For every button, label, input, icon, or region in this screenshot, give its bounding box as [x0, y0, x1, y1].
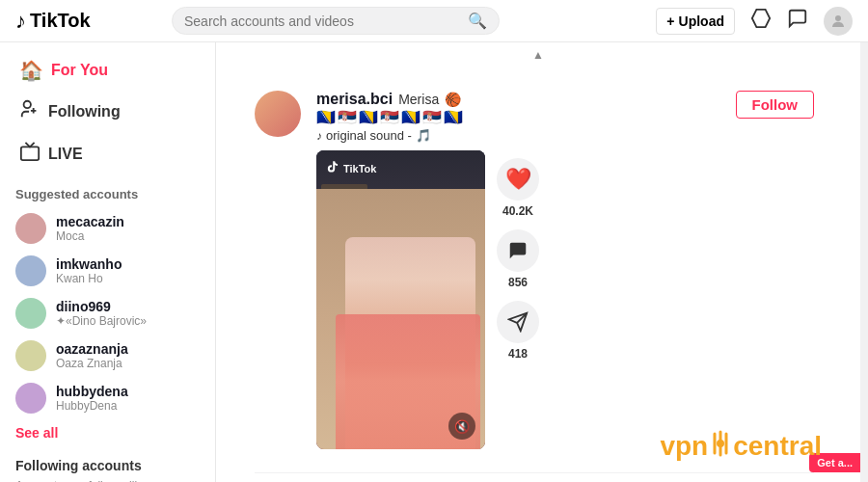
svg-marker-0: [752, 10, 770, 27]
avatar-diino969: [15, 298, 46, 329]
flag-rs-1: 🇷🇸: [338, 108, 357, 126]
sidebar-item-label-live: LIVE: [48, 146, 83, 163]
avatar-oazaznanja: [15, 340, 46, 371]
share-button-1[interactable]: 418: [497, 301, 539, 361]
sidebar-item-label-following: Following: [48, 103, 121, 120]
inbox-button[interactable]: [750, 8, 772, 34]
right-scrollbar[interactable]: [860, 42, 868, 482]
sound-row-1[interactable]: ♪ original sound - 🎵: [316, 128, 463, 143]
search-input[interactable]: [184, 13, 468, 29]
flag-rs-3: 🇷🇸: [422, 108, 442, 126]
sidebar-item-label-for-you: For You: [51, 62, 108, 79]
username-hubbydena: hubbydena: [56, 384, 128, 399]
post-username-1[interactable]: merisa.bci: [316, 91, 393, 108]
svg-point-2: [24, 101, 31, 108]
display-oazaznanja: Oaza Znanja: [56, 357, 128, 370]
upload-button[interactable]: + Upload: [656, 8, 735, 35]
home-icon: 🏠: [19, 59, 43, 82]
follow-button-1[interactable]: Follow: [736, 91, 815, 119]
video-feed: merisa.bci Merisa 🏀 🇧🇦 🇷🇸 🇧🇦 🇷🇸 🇧🇦: [216, 67, 853, 482]
video-image-fill: [316, 150, 485, 449]
suggested-accounts-title: Suggested accounts: [0, 175, 215, 207]
sidebar-item-for-you[interactable]: 🏠 For You: [4, 51, 211, 90]
search-bar: 🔍: [172, 7, 500, 35]
flag-icons-1: 🇧🇦 🇷🇸 🇧🇦 🇷🇸 🇧🇦 🇷🇸 🇧🇦: [316, 108, 463, 126]
video-container-1: TikTok @merisa.bci: [316, 150, 814, 449]
post-user-info-1: merisa.bci Merisa 🏀 🇧🇦 🇷🇸 🇧🇦 🇷🇸 🇧🇦: [316, 91, 463, 143]
messages-button[interactable]: [787, 8, 808, 34]
post-displayname-1: Merisa: [398, 92, 439, 107]
video-watermark-1: TikTok: [326, 160, 376, 176]
username-imkwanho: imkwanho: [56, 256, 122, 272]
following-icon: [19, 98, 41, 124]
following-accounts-title: Following accounts: [0, 446, 215, 477]
flag-ba-4: 🇧🇦: [444, 108, 463, 126]
app-title: TikTok: [30, 10, 91, 32]
content-area: ▲ merisa.bci Merisa 🏀: [216, 42, 860, 482]
display-imkwanho: Kwan Ho: [56, 272, 122, 285]
comment-button-1[interactable]: 856: [497, 229, 539, 289]
flag-rs-2: 🇷🇸: [380, 108, 399, 126]
username-oazaznanja: oazaznanja: [56, 341, 128, 357]
main-layout: 🏠 For You Following LIVE Suggested accou…: [0, 42, 868, 482]
svg-point-1: [835, 15, 841, 21]
video-post-1: merisa.bci Merisa 🏀 🇧🇦 🇷🇸 🇧🇦 🇷🇸 🇧🇦: [255, 67, 814, 473]
post-right-1: merisa.bci Merisa 🏀 🇧🇦 🇷🇸 🇧🇦 🇷🇸 🇧🇦: [316, 91, 814, 449]
sidebar-item-following[interactable]: Following: [4, 91, 211, 132]
comment-icon-circle: [497, 229, 539, 272]
sound-disc-icon-1: 🎵: [416, 128, 431, 143]
username-diino969: diino969: [56, 299, 147, 314]
suggested-account-imkwanho[interactable]: imkwanho Kwan Ho: [0, 250, 215, 292]
post-emoji-1: 🏀: [445, 92, 461, 107]
share-icon-circle: [497, 301, 539, 343]
watermark-text: TikTok: [343, 163, 376, 174]
tiktok-logo-icon: ♪: [15, 9, 26, 34]
like-count-1: 40.2K: [502, 204, 533, 218]
share-count-1: 418: [508, 347, 528, 361]
suggested-account-mecacazin[interactable]: mecacazin Moca: [0, 207, 215, 250]
sidebar-item-live[interactable]: LIVE: [4, 133, 211, 174]
following-accounts-sub: Accounts you follow will appear here: [0, 477, 215, 482]
upload-plus-icon: +: [666, 13, 674, 29]
mute-button-1[interactable]: 🔇: [448, 413, 475, 440]
suggested-account-diino969[interactable]: diino969 ✦«Dino Bajrovic»: [0, 292, 215, 335]
comment-count-1: 856: [508, 276, 528, 289]
svg-rect-3: [21, 147, 39, 160]
live-icon: [19, 141, 41, 167]
avatar-hubbydena: [15, 383, 46, 414]
post-header-1: merisa.bci Merisa 🏀 🇧🇦 🇷🇸 🇧🇦 🇷🇸 🇧🇦: [316, 91, 814, 143]
scroll-arrow-top: ▲: [216, 42, 860, 67]
post-avatar-merisa[interactable]: [255, 91, 301, 137]
video-thumbnail-1[interactable]: TikTok @merisa.bci: [316, 150, 485, 449]
display-mecacazin: Moca: [56, 229, 124, 243]
upload-label: Upload: [679, 13, 724, 29]
avatar-mecacazin: [15, 213, 46, 244]
flag-ba-2: 🇧🇦: [359, 108, 378, 126]
nav-actions: + Upload: [656, 7, 853, 36]
sound-label-1: original sound -: [326, 128, 412, 143]
action-buttons-1: ❤️ 40.2K 856: [497, 150, 539, 449]
sidebar: 🏠 For You Following LIVE Suggested accou…: [0, 42, 216, 482]
flag-ba-3: 🇧🇦: [401, 108, 420, 126]
watermark-tiktok-logo: [326, 160, 339, 176]
suggested-account-oazaznanja[interactable]: oazaznanja Oaza Znanja: [0, 335, 215, 377]
music-note-icon: ♪: [316, 129, 322, 143]
heart-icon: ❤️: [505, 167, 531, 192]
avatar-imkwanho: [15, 255, 46, 286]
search-button[interactable]: 🔍: [468, 12, 487, 30]
username-mecacazin: mecacazin: [56, 214, 124, 229]
flag-ba-1: 🇧🇦: [316, 108, 336, 126]
display-diino969: ✦«Dino Bajrovic»: [56, 314, 147, 328]
see-all-button[interactable]: See all: [0, 419, 215, 446]
user-avatar[interactable]: [824, 7, 853, 36]
like-icon-circle: ❤️: [497, 158, 539, 201]
get-app-badge[interactable]: Get a...: [809, 453, 860, 472]
suggested-account-hubbydena[interactable]: hubbydena HubbyDena: [0, 377, 215, 419]
display-hubbydena: HubbyDena: [56, 399, 128, 413]
like-button-1[interactable]: ❤️ 40.2K: [497, 158, 539, 218]
logo[interactable]: ♪ TikTok: [15, 9, 160, 34]
top-nav: ♪ TikTok 🔍 + Upload: [0, 0, 868, 42]
second-post-preview: justus_reid Justus Reid Follow: [255, 473, 814, 482]
